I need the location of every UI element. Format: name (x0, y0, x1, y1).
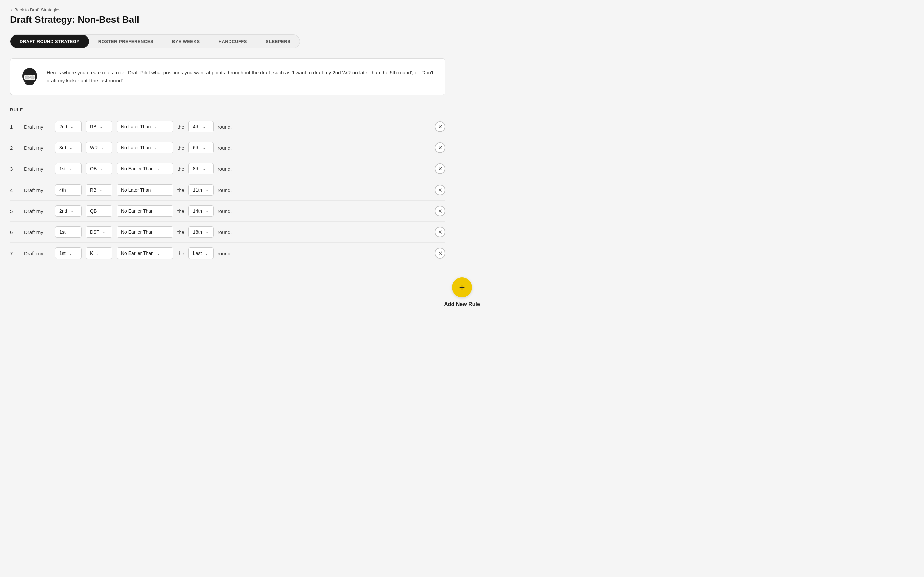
condition-select[interactable]: No Earlier Than ⌄ (116, 248, 174, 259)
draft-my-label: Draft my (24, 166, 51, 172)
round-label: round. (217, 250, 232, 256)
condition-select[interactable]: No Later Than ⌄ (116, 184, 174, 195)
ordinal-select[interactable]: 3rd ⌄ (55, 142, 82, 153)
tab-sleepers[interactable]: SLEEPERS (256, 35, 299, 48)
rule-row: 2 Draft my 3rd ⌄ WR ⌄ No Later Than ⌄ th… (10, 137, 445, 158)
chevron-down-icon: ⌄ (101, 146, 104, 150)
chevron-down-icon: ⌄ (69, 167, 72, 171)
the-label: the (177, 166, 185, 172)
ordinal-select[interactable]: 2nd ⌄ (55, 121, 82, 132)
position-select[interactable]: DST ⌄ (86, 226, 113, 238)
round-label: round. (217, 208, 232, 214)
draft-my-label: Draft my (24, 229, 51, 235)
delete-rule-button[interactable]: ✕ (435, 121, 445, 132)
the-label: the (177, 229, 185, 235)
round-label: round. (217, 187, 232, 193)
chevron-down-icon: ⌄ (205, 230, 208, 234)
round-select[interactable]: 18th ⌄ (188, 226, 214, 238)
rule-number: 7 (10, 250, 20, 256)
ordinal-select[interactable]: 1st ⌄ (55, 248, 82, 259)
chevron-down-icon: ⌄ (154, 124, 157, 129)
svg-point-6 (25, 82, 34, 85)
chevron-down-icon: ⌄ (103, 230, 106, 234)
delete-rule-button[interactable]: ✕ (435, 185, 445, 195)
position-value: RB (90, 187, 97, 193)
robot-icon (20, 67, 40, 87)
draft-my-label: Draft my (24, 250, 51, 256)
back-link[interactable]: ←Back to Draft Strategies (10, 7, 60, 12)
add-rule-button[interactable]: + (452, 277, 472, 297)
condition-select[interactable]: No Earlier Than ⌄ (116, 205, 174, 217)
condition-select[interactable]: No Earlier Than ⌄ (116, 163, 174, 174)
tab-bye-weeks[interactable]: BYE WEEKS (163, 35, 209, 48)
chevron-down-icon: ⌄ (70, 209, 73, 213)
position-select[interactable]: WR ⌄ (86, 142, 113, 153)
ordinal-select[interactable]: 1st ⌄ (55, 226, 82, 238)
round-value: Last (193, 250, 201, 256)
delete-rule-button[interactable]: ✕ (435, 206, 445, 216)
position-value: DST (90, 229, 100, 235)
draft-my-label: Draft my (24, 187, 51, 193)
tab-roster-preferences[interactable]: ROSTER PREFERENCES (89, 35, 163, 48)
condition-select[interactable]: No Later Than ⌄ (116, 121, 174, 132)
delete-rule-button[interactable]: ✕ (435, 163, 445, 174)
ordinal-select[interactable]: 1st ⌄ (55, 163, 82, 174)
tab-handcuffs[interactable]: HANDCUFFS (209, 35, 256, 48)
round-value: 18th (193, 229, 202, 235)
ordinal-value: 2nd (59, 124, 67, 129)
round-select[interactable]: 14th ⌄ (188, 205, 214, 217)
chevron-down-icon: ⌄ (205, 251, 208, 256)
round-value: 14th (193, 208, 202, 214)
chevron-down-icon: ⌄ (203, 146, 206, 150)
tabs-bar: DRAFT ROUND STRATEGYROSTER PREFERENCESBY… (10, 34, 300, 48)
round-select[interactable]: Last ⌄ (188, 248, 214, 259)
position-value: RB (90, 124, 97, 129)
chevron-down-icon: ⌄ (203, 124, 206, 129)
position-select[interactable]: QB ⌄ (86, 163, 113, 174)
position-value: K (90, 250, 93, 256)
condition-value: No Earlier Than (121, 166, 154, 171)
chevron-down-icon: ⌄ (69, 146, 72, 150)
delete-rule-button[interactable]: ✕ (435, 142, 445, 153)
rule-number: 3 (10, 166, 20, 172)
chevron-down-icon: ⌄ (157, 167, 160, 171)
position-select[interactable]: K ⌄ (86, 248, 113, 259)
delete-rule-button[interactable]: ✕ (435, 248, 445, 258)
chevron-down-icon: ⌄ (205, 209, 208, 213)
round-label: round. (217, 124, 232, 130)
condition-select[interactable]: No Earlier Than ⌄ (116, 226, 174, 238)
rule-number: 6 (10, 229, 20, 235)
chevron-down-icon: ⌄ (69, 188, 72, 192)
chevron-down-icon: ⌄ (203, 167, 206, 171)
ordinal-select[interactable]: 2nd ⌄ (55, 205, 82, 217)
delete-rule-button[interactable]: ✕ (435, 227, 445, 237)
add-rule-section: + Add New Rule (10, 277, 914, 308)
chevron-down-icon: ⌄ (100, 188, 103, 192)
round-label: round. (217, 166, 232, 172)
round-select[interactable]: 11th ⌄ (188, 184, 214, 195)
tab-draft-round-strategy[interactable]: DRAFT ROUND STRATEGY (10, 35, 89, 48)
round-label: round. (217, 229, 232, 235)
the-label: the (177, 250, 185, 256)
round-select[interactable]: 4th ⌄ (188, 121, 214, 132)
rule-row: 4 Draft my 4th ⌄ RB ⌄ No Later Than ⌄ th… (10, 179, 445, 201)
condition-select[interactable]: No Later Than ⌄ (116, 142, 174, 153)
position-select[interactable]: RB ⌄ (86, 184, 113, 195)
info-box: Here's where you create rules to tell Dr… (10, 58, 445, 95)
svg-point-3 (25, 76, 29, 79)
condition-value: No Later Than (121, 187, 151, 193)
chevron-down-icon: ⌄ (97, 251, 100, 256)
position-select[interactable]: RB ⌄ (86, 121, 113, 132)
round-select[interactable]: 8th ⌄ (188, 163, 214, 174)
ordinal-select[interactable]: 4th ⌄ (55, 184, 82, 195)
rule-number: 5 (10, 208, 20, 214)
chevron-down-icon: ⌄ (157, 230, 160, 234)
rules-section: RULE 1 Draft my 2nd ⌄ RB ⌄ No Later Than… (10, 107, 445, 264)
condition-value: No Earlier Than (121, 208, 154, 214)
info-text: Here's where you create rules to tell Dr… (47, 67, 436, 85)
position-select[interactable]: QB ⌄ (86, 205, 113, 217)
chevron-down-icon: ⌄ (70, 124, 73, 129)
position-value: QB (90, 166, 97, 171)
round-select[interactable]: 6th ⌄ (188, 142, 214, 153)
round-value: 11th (193, 187, 202, 193)
